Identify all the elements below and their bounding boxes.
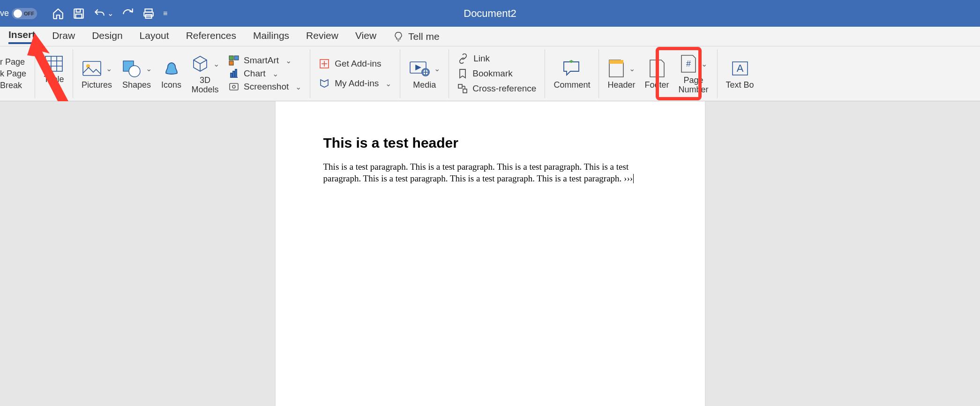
tell-me-label: Tell me [408,31,440,42]
shapes-button[interactable]: ⌄ Shapes [121,58,152,90]
autosave-label: ve [0,8,9,18]
chevron-down-icon: ⌄ [106,64,112,73]
svg-rect-6 [45,56,62,71]
page-break-button[interactable]: Break [0,81,22,90]
quick-access-toolbar: ⌄ ≡ [52,8,167,20]
svg-text:#: # [686,59,691,68]
document-paragraph[interactable]: This is a test paragraph. This is a test… [323,161,657,184]
svg-rect-2 [76,14,82,18]
blank-page-button[interactable]: k Page [0,69,26,79]
svg-text:A: A [736,62,743,74]
media-button[interactable]: ⌄ Media [409,58,440,90]
tab-mailings[interactable]: Mailings [253,30,289,43]
tab-design[interactable]: Design [92,30,122,43]
svg-rect-20 [233,71,234,77]
svg-rect-21 [235,69,237,77]
print-icon[interactable] [142,8,155,20]
document-title: Document2 [464,8,516,20]
redo-icon[interactable] [122,8,134,20]
svg-rect-22 [230,83,238,90]
svg-rect-15 [229,56,233,60]
link-button[interactable]: Link [457,53,536,64]
chevron-down-icon: ⌄ [52,86,58,95]
cross-reference-button[interactable]: Cross-reference [457,83,536,94]
titlebar: ve OFF ⌄ ≡ Document2 [0,0,980,27]
svg-point-23 [232,85,235,88]
svg-point-12 [86,64,90,68]
screenshot-button[interactable]: Screenshot⌄ [229,82,301,92]
svg-rect-17 [229,61,233,65]
tab-review[interactable]: Review [306,30,338,43]
icons-button[interactable]: Icons [161,58,181,90]
tab-view[interactable]: View [355,30,376,43]
chart-button[interactable]: Chart⌄ [229,68,301,79]
page-number-button[interactable]: # ⌄ Page Number [679,53,709,94]
autosave-toggle[interactable]: ve OFF [0,8,37,19]
toggle-switch[interactable]: OFF [12,8,37,19]
document-page[interactable]: This is a test header This is a test par… [276,101,705,406]
table-button[interactable]: Table ⌄ [44,53,64,95]
tab-layout[interactable]: Layout [140,30,169,43]
toggle-off-text: OFF [24,11,34,16]
document-canvas[interactable]: This is a test header This is a test par… [0,101,980,406]
bookmark-button[interactable]: Bookmark [457,68,536,79]
cover-page-button[interactable]: r Page [0,57,25,67]
chevron-down-icon: ⌄ [146,64,152,73]
tab-strip: Insert Draw Design Layout References Mai… [0,27,980,46]
document-header-text[interactable]: This is a test header [323,135,657,151]
comment-button[interactable]: Comment [554,58,590,90]
svg-rect-32 [463,89,467,93]
ribbon-insert: r Page k Page Break Table ⌄ ⌄ Pictures [0,46,980,101]
qat-more-icon[interactable]: ≡ [163,9,167,18]
home-icon[interactable] [52,8,64,20]
chevron-down-icon: ⌄ [629,64,635,73]
tab-draw[interactable]: Draw [52,30,75,43]
undo-button[interactable]: ⌄ [93,8,113,20]
chevron-down-icon: ⌄ [434,64,440,73]
save-icon[interactable] [73,8,85,20]
my-addins-button[interactable]: My Add-ins⌄ [319,78,391,89]
chevron-down-icon: ⌄ [701,60,707,68]
footer-button[interactable]: Footer [645,58,669,90]
tab-insert[interactable]: Insert [8,29,35,44]
svg-rect-37 [609,60,623,64]
svg-point-14 [129,66,140,77]
svg-rect-19 [231,73,232,77]
get-addins-button[interactable]: Get Add-ins [319,58,391,69]
pictures-button[interactable]: ⌄ Pictures [82,58,112,90]
chevron-down-icon: ⌄ [213,60,219,68]
svg-rect-11 [83,61,101,75]
text-box-button[interactable]: A Text Bo [726,58,754,90]
tell-me-search[interactable]: Tell me [393,31,440,42]
text-cursor [633,174,634,183]
svg-rect-16 [234,56,239,60]
svg-rect-31 [458,84,462,88]
svg-rect-1 [76,9,81,12]
smartart-button[interactable]: SmartArt⌄ [229,55,301,66]
3d-models-button[interactable]: ⌄ 3D Models [191,53,219,94]
tab-references[interactable]: References [186,30,236,43]
header-button[interactable]: ⌄ Header [607,58,635,90]
